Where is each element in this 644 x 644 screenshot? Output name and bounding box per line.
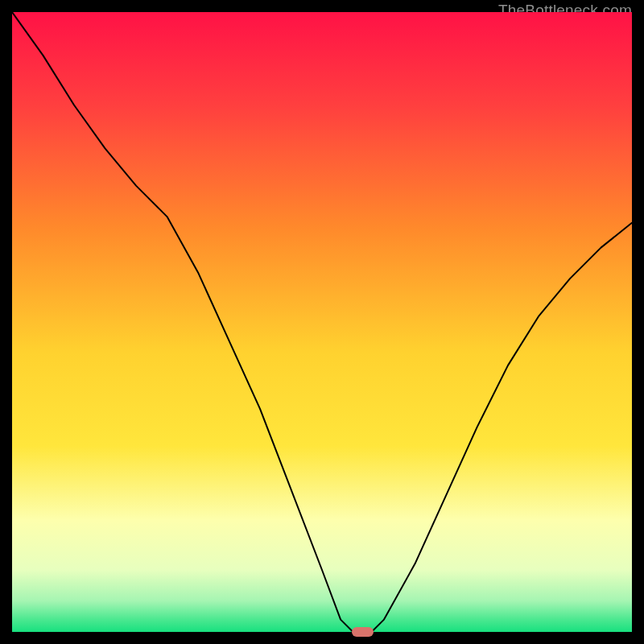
bottleneck-curve [12,12,632,632]
optimal-marker [352,627,374,637]
plot-area [12,12,632,632]
chart-frame: TheBottleneck.com [0,0,644,644]
